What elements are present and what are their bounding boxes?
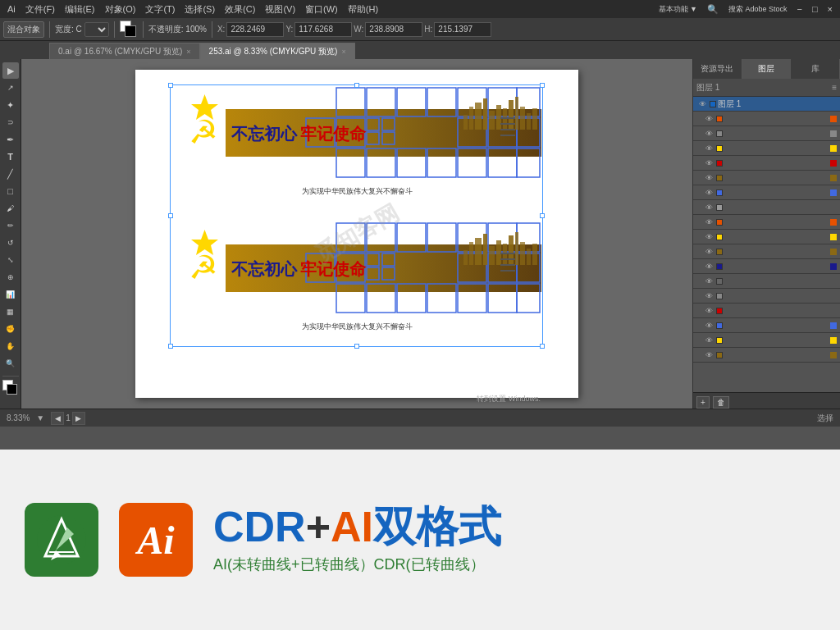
minimize-btn[interactable]: − xyxy=(792,4,806,14)
menu-object[interactable]: 对象(O) xyxy=(101,3,140,16)
layer-row-16[interactable]: 👁 xyxy=(693,333,840,348)
panel-tab-layers[interactable]: 图层 xyxy=(742,59,792,79)
scale-tool[interactable]: ⤡ xyxy=(2,252,19,268)
line-tool[interactable]: ╱ xyxy=(2,166,19,182)
layer-row-14[interactable]: 👁 xyxy=(693,304,840,318)
paintbrush-tool[interactable]: 🖌 xyxy=(2,200,19,217)
next-page-btn[interactable]: ▶ xyxy=(72,412,85,425)
h-input[interactable] xyxy=(434,22,491,37)
magic-wand-tool[interactable]: ✦ xyxy=(2,97,19,113)
layer-eye-4[interactable]: 👁 xyxy=(703,158,714,169)
canvas-area[interactable]: 觅知客网 xyxy=(21,59,692,409)
layer-eye-8[interactable]: 👁 xyxy=(703,217,714,228)
x-label: X: xyxy=(217,25,225,34)
width-dropdown[interactable]: C xyxy=(84,22,109,37)
menu-ai[interactable]: Ai xyxy=(3,4,20,14)
zoom-tool[interactable]: 🔍 xyxy=(2,355,19,372)
layer-row-9[interactable]: 👁 xyxy=(693,230,840,244)
layer-row-5[interactable]: 👁 xyxy=(693,171,840,185)
hand-tool[interactable]: ✋ xyxy=(2,338,19,354)
lasso-tool[interactable]: ⊃ xyxy=(2,114,19,130)
menu-edit[interactable]: 编辑(E) xyxy=(61,3,99,16)
layer-row-10[interactable]: 👁 xyxy=(693,244,840,259)
layer-eye-15[interactable]: 👁 xyxy=(703,320,714,331)
selection-tool[interactable]: ▶ xyxy=(2,62,19,79)
maximize-btn[interactable]: □ xyxy=(808,4,822,14)
layer-row-13[interactable]: 👁 xyxy=(693,289,840,304)
banner-2: ☭ 不忘初心 牢记使命 xyxy=(172,221,541,336)
layer-row-4[interactable]: 👁 xyxy=(693,156,840,171)
prev-page-btn[interactable]: ◀ xyxy=(51,412,64,425)
layer-eye-16[interactable]: 👁 xyxy=(703,335,714,346)
menu-search[interactable]: 🔍 xyxy=(703,4,723,15)
menu-workspace[interactable]: 基本功能 ▼ xyxy=(655,4,701,15)
layer-eye-14[interactable]: 👁 xyxy=(703,305,714,317)
handle-mr[interactable] xyxy=(540,213,545,218)
menu-adobe-stock[interactable]: 搜索 Adobe Stock xyxy=(724,4,792,15)
opacity-label: 不透明度: 100% xyxy=(148,24,207,35)
layer-row-main[interactable]: 👁 图层 1 xyxy=(693,97,840,112)
layer-eye-5[interactable]: 👁 xyxy=(703,172,714,184)
menu-help[interactable]: 帮助(H) xyxy=(344,3,382,16)
width-select[interactable]: 宽度: C xyxy=(55,24,82,35)
layer-eye-2[interactable]: 👁 xyxy=(703,128,714,139)
rect-tool[interactable]: □ xyxy=(2,183,19,199)
layer-eye-9[interactable]: 👁 xyxy=(703,231,714,243)
y-input[interactable] xyxy=(294,22,352,37)
menu-window[interactable]: 窗口(W) xyxy=(301,3,342,16)
format-subtitle: AI(未转曲线+已转曲线）CDR(已转曲线） xyxy=(213,555,501,574)
pencil-tool[interactable]: ✏ xyxy=(2,217,19,234)
layer-eye-13[interactable]: 👁 xyxy=(703,290,714,302)
x-input[interactable] xyxy=(226,22,284,37)
tab-file-2[interactable]: 253.ai @ 8.33% (CMYK/GPU 预览) × xyxy=(200,43,355,59)
layer-row-12[interactable]: 👁 xyxy=(693,274,840,289)
tab-close-2[interactable]: × xyxy=(341,48,345,56)
add-layer-btn[interactable]: + xyxy=(696,396,710,409)
layer-eye-12[interactable]: 👁 xyxy=(703,276,714,287)
layer-row-1[interactable]: 👁 xyxy=(693,112,840,126)
panel-tab-library[interactable]: 库 xyxy=(791,59,840,79)
layer-eye-11[interactable]: 👁 xyxy=(703,261,714,272)
menu-file[interactable]: 文件(F) xyxy=(21,3,59,16)
layer-row-2[interactable]: 👁 xyxy=(693,126,840,141)
layer-row-17[interactable]: 👁 xyxy=(693,348,840,363)
layer-row-7[interactable]: 👁 xyxy=(693,200,840,215)
tab-close-1[interactable]: × xyxy=(186,48,190,56)
pen-tool[interactable]: ✒ xyxy=(2,131,19,148)
separator-2 xyxy=(114,21,115,38)
type-tool[interactable]: T xyxy=(2,148,19,165)
layer-row-15[interactable]: 👁 xyxy=(693,318,840,333)
layer-eye-7[interactable]: 👁 xyxy=(703,202,714,213)
ai-label: AI xyxy=(331,503,373,550)
delete-layer-btn[interactable]: 🗑 xyxy=(713,396,729,409)
direct-selection-tool[interactable]: ↗ xyxy=(2,80,19,96)
banner-1: ☭ 不忘初心 牢记使命 xyxy=(172,86,541,201)
layer-eye-main[interactable]: 👁 xyxy=(696,98,708,110)
layer-eye-1[interactable]: 👁 xyxy=(703,113,714,125)
graph-tool[interactable]: 📊 xyxy=(2,286,19,303)
blend-tool[interactable]: ⊕ xyxy=(2,269,19,285)
gradient-tool[interactable]: ▦ xyxy=(2,304,19,320)
close-btn[interactable]: × xyxy=(824,4,837,14)
layer-row-8[interactable]: 👁 xyxy=(693,215,840,230)
merge-dropdown[interactable]: 混合对象 xyxy=(3,21,44,38)
svg-rect-71 xyxy=(532,244,537,265)
layer-eye-6[interactable]: 👁 xyxy=(703,187,714,199)
tab-file-1[interactable]: 0.ai @ 16.67% (CMYK/GPU 预览) × xyxy=(49,43,200,59)
eyedropper-tool[interactable]: ✊ xyxy=(2,321,19,337)
menu-effect[interactable]: 效果(C) xyxy=(221,3,259,16)
rotate-tool[interactable]: ↺ xyxy=(2,235,19,251)
layers-list[interactable]: 👁 图层 1 👁 👁 xyxy=(693,97,840,392)
layer-row-3[interactable]: 👁 xyxy=(693,141,840,156)
layer-eye-10[interactable]: 👁 xyxy=(703,246,714,258)
panel-tab-assets[interactable]: 资源导出 xyxy=(693,59,742,79)
menu-text[interactable]: 文字(T) xyxy=(141,3,179,16)
layer-eye-3[interactable]: 👁 xyxy=(703,143,714,154)
menu-view[interactable]: 视图(V) xyxy=(261,3,299,16)
layer-row-11[interactable]: 👁 xyxy=(693,259,840,274)
layer-options-btn[interactable]: ≡ xyxy=(832,83,837,92)
menu-select[interactable]: 选择(S) xyxy=(180,3,219,16)
w-input[interactable] xyxy=(365,22,422,37)
layer-eye-17[interactable]: 👁 xyxy=(703,349,714,361)
layer-row-6[interactable]: 👁 xyxy=(693,185,840,200)
